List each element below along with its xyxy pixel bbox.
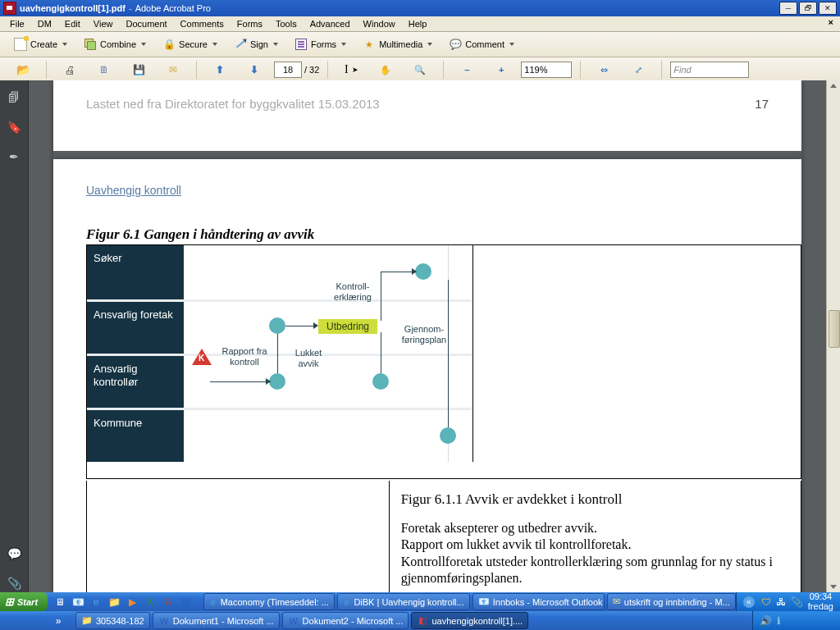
ql-word[interactable]: W bbox=[179, 595, 194, 609]
zoom-in-button[interactable]: + bbox=[486, 58, 516, 81]
comments-panel-button[interactable]: 💬 bbox=[5, 545, 23, 563]
menu-tools[interactable]: Tools bbox=[269, 18, 304, 30]
close-button[interactable]: ✕ bbox=[819, 2, 837, 15]
tray-expand[interactable]: « bbox=[743, 596, 755, 608]
page-number: 17 bbox=[755, 97, 769, 151]
print-pages-button[interactable]: 🗎 bbox=[89, 58, 119, 81]
document-view[interactable]: Lastet ned fra Direktoratet for byggkval… bbox=[29, 80, 826, 592]
marquee-zoom-tool[interactable]: 🔍 bbox=[405, 58, 435, 81]
menu-bar: File DM Edit View Document Comments Form… bbox=[0, 16, 840, 32]
scroll-down-icon[interactable] bbox=[830, 585, 837, 589]
lane-soker: Søker bbox=[87, 245, 184, 299]
multimedia-button[interactable]: ★ Multimedia bbox=[357, 35, 438, 53]
minimize-button[interactable]: ─ bbox=[779, 2, 797, 15]
page-up-button[interactable]: ⬆ bbox=[205, 58, 235, 81]
hand-tool[interactable]: ✋ bbox=[371, 58, 400, 81]
menu-advanced[interactable]: Advanced bbox=[304, 18, 357, 30]
menu-document[interactable]: Document bbox=[119, 18, 173, 30]
task-folder[interactable]: 📁305348-182 bbox=[75, 612, 150, 629]
task-word2[interactable]: WDokument2 - Microsoft ... bbox=[282, 612, 409, 629]
open-button[interactable]: 📂 bbox=[8, 58, 38, 81]
title-filename: uavhengigkontroll[1].pdf bbox=[20, 3, 126, 13]
outlook-icon: 📧 bbox=[478, 596, 490, 608]
clock[interactable]: 09:34 fredag bbox=[808, 592, 833, 611]
fit-width-button[interactable]: ⇔ bbox=[589, 58, 619, 81]
menu-forms[interactable]: Forms bbox=[231, 18, 269, 30]
ql-ie[interactable]: e bbox=[89, 595, 103, 609]
ql-outlook[interactable]: 📧 bbox=[71, 595, 85, 609]
ql-more[interactable]: » bbox=[51, 614, 66, 628]
attachments-panel-button[interactable]: 📎 bbox=[5, 574, 23, 592]
vertical-scrollbar[interactable] bbox=[826, 80, 840, 592]
menu-edit[interactable]: Edit bbox=[58, 18, 87, 30]
save-button[interactable]: 💾 bbox=[124, 58, 153, 81]
floppy-icon: 💾 bbox=[133, 64, 145, 75]
task-acrobat[interactable]: ◧uavhengigkontroll[1].... bbox=[411, 612, 528, 629]
pen-icon bbox=[234, 38, 247, 51]
task-word1[interactable]: WDokument1 - Microsoft ... bbox=[153, 612, 280, 629]
nav-panel: 🗐 🔖 ✒ 💬 📎 bbox=[0, 80, 29, 592]
select-text-tool[interactable]: I➤ bbox=[336, 58, 366, 81]
start-button[interactable]: ⊞ Start bbox=[0, 592, 48, 611]
tray-shield-icon[interactable]: 🛡 bbox=[761, 596, 771, 608]
scroll-thumb[interactable] bbox=[829, 310, 840, 348]
taskbar-row-2: » 📁305348-182 WDokument1 - Microsoft ...… bbox=[0, 611, 840, 630]
system-tray: « 🛡 🖧 📎 09:34 fredag bbox=[736, 592, 840, 611]
task-outlook[interactable]: 📧Innboks - Microsoft Outlook bbox=[472, 593, 605, 610]
restore-button[interactable]: 🗗 bbox=[799, 2, 817, 15]
print-button[interactable]: 🖨 bbox=[55, 58, 84, 81]
tray-network-icon[interactable]: 🖧 bbox=[776, 596, 786, 608]
envelope-icon: ✉ bbox=[169, 64, 177, 75]
tray-info-icon[interactable]: ℹ bbox=[777, 615, 781, 627]
fit-width-icon: ⇔ bbox=[600, 65, 608, 75]
menu-file[interactable]: File bbox=[3, 18, 31, 30]
menu-view[interactable]: View bbox=[87, 18, 120, 30]
pages-panel-button[interactable]: 🗐 bbox=[5, 89, 23, 107]
hand-icon: ✋ bbox=[380, 65, 391, 75]
figure-description: Figur 6.1.1 Avvik er avdekket i kontroll… bbox=[390, 481, 801, 592]
ql-show-desktop[interactable]: 🖥 bbox=[52, 595, 67, 609]
page-current-input[interactable]: 18 bbox=[274, 62, 302, 78]
close-document-button[interactable]: × bbox=[825, 17, 837, 27]
create-button[interactable]: Create bbox=[8, 35, 73, 53]
label-lukket: Lukket avvik bbox=[290, 348, 326, 368]
task-mail[interactable]: ✉utskrift og innbinding - M... bbox=[607, 593, 736, 610]
combine-button[interactable]: Combine bbox=[78, 35, 152, 53]
tray-paperclip-icon[interactable]: 📎 bbox=[791, 596, 803, 608]
signatures-panel-button[interactable]: ✒ bbox=[5, 148, 23, 166]
tag-utbedring: Utbedring bbox=[318, 319, 377, 334]
bookmarks-panel-button[interactable]: 🔖 bbox=[5, 118, 23, 136]
zoom-level[interactable]: 119% bbox=[521, 62, 572, 78]
ql-excel[interactable]: X bbox=[143, 595, 158, 609]
ie-icon: e bbox=[209, 596, 217, 608]
plus-icon: + bbox=[499, 65, 504, 75]
ql-access[interactable]: A bbox=[161, 595, 176, 609]
menu-help[interactable]: Help bbox=[402, 18, 434, 30]
menu-dm[interactable]: DM bbox=[31, 18, 58, 30]
window-title-bar: uavhengigkontroll[1].pdf - Adobe Acrobat… bbox=[0, 0, 840, 16]
combine-icon bbox=[84, 39, 96, 50]
ql-explorer[interactable]: 📁 bbox=[107, 595, 121, 609]
section-link[interactable]: Uavhengig kontroll bbox=[86, 184, 181, 197]
zoom-out-button[interactable]: – bbox=[452, 58, 482, 81]
find-input[interactable]: Find bbox=[670, 62, 749, 78]
lane-ansvarlig-kontrollor: Ansvarlig kontrollør bbox=[87, 356, 184, 410]
sign-button[interactable]: Sign bbox=[228, 35, 284, 53]
fit-page-button[interactable]: ⤢ bbox=[623, 58, 653, 81]
secure-button[interactable]: 🔒 Secure bbox=[157, 35, 223, 53]
fig-right-title: Figur 6.1.1 Avvik er avdekket i kontroll bbox=[401, 491, 789, 509]
forms-button[interactable]: Forms bbox=[289, 35, 352, 53]
comment-button[interactable]: 💬 Comment bbox=[443, 35, 520, 53]
windows-logo-icon: ⊞ bbox=[5, 596, 14, 608]
email-button[interactable]: ✉ bbox=[158, 58, 188, 81]
menu-comments[interactable]: Comments bbox=[174, 18, 231, 30]
ql-media[interactable]: ▶ bbox=[125, 595, 139, 609]
task-dibk[interactable]: eDiBK | Uavhengig kontroll... bbox=[337, 593, 470, 610]
task-maconomy[interactable]: eMaconomy (Timeseddel: ... bbox=[203, 593, 335, 610]
figure-table: Søker Ansvarlig foretak Ansvarlig kontro… bbox=[86, 244, 801, 479]
arrow-down-icon: ⬇ bbox=[250, 64, 258, 75]
scroll-up-icon[interactable] bbox=[830, 84, 837, 88]
menu-window[interactable]: Window bbox=[357, 18, 402, 30]
tray-volume-icon[interactable]: 🔊 bbox=[760, 615, 772, 627]
page-down-button[interactable]: ⬇ bbox=[240, 58, 269, 81]
